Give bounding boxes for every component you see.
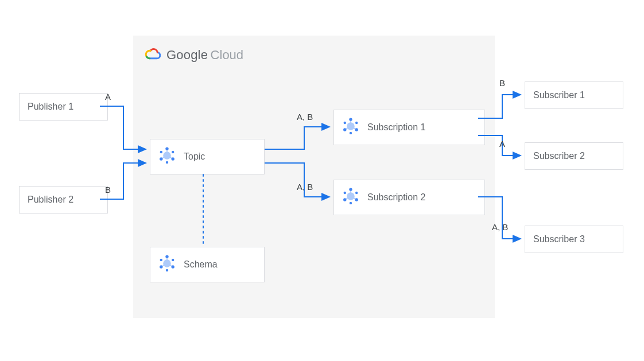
arrow-label-sub1-subscriber2: A — [499, 139, 505, 149]
svg-point-27 — [344, 122, 346, 124]
svg-point-5 — [160, 157, 162, 160]
arrow-label-sub2-subscriber3: A, B — [492, 222, 508, 232]
arrow-label-pub2: B — [105, 185, 111, 195]
pubsub-icon — [157, 146, 177, 168]
pubsub-icon — [341, 187, 360, 208]
arrow-label-pub1: A — [105, 92, 111, 102]
subscriber-2-box: Subscriber 2 — [525, 142, 623, 170]
svg-point-17 — [160, 259, 162, 261]
publisher-2-box: Publisher 2 — [19, 186, 108, 214]
subscription-2-box: Subscription 2 — [333, 180, 485, 215]
brand-text: Google Cloud — [166, 48, 243, 63]
subscriber-3-box: Subscriber 3 — [525, 226, 623, 253]
svg-point-9 — [166, 161, 168, 164]
subscriber-2-label: Subscriber 2 — [533, 151, 623, 161]
subscription-2-label: Subscription 2 — [367, 192, 484, 203]
svg-point-25 — [343, 128, 346, 131]
svg-point-8 — [172, 151, 174, 153]
svg-point-26 — [355, 128, 358, 131]
svg-point-19 — [166, 269, 168, 271]
schema-label: Schema — [184, 259, 264, 270]
schema-box: Schema — [150, 247, 265, 282]
pubsub-icon — [341, 117, 360, 138]
svg-point-39 — [350, 202, 352, 204]
arrow-label-topic-sub2: A, B — [297, 182, 313, 192]
svg-point-38 — [355, 192, 358, 194]
arrow-label-sub1-subscriber1: B — [499, 78, 505, 88]
publisher-2-label: Publisher 2 — [28, 195, 107, 205]
svg-point-37 — [344, 192, 346, 194]
svg-point-14 — [165, 255, 168, 258]
topic-box: Topic — [150, 139, 265, 174]
publisher-1-box: Publisher 1 — [19, 93, 108, 121]
subscriber-1-label: Subscriber 1 — [533, 90, 623, 100]
svg-point-28 — [355, 122, 358, 124]
svg-point-36 — [355, 198, 358, 201]
brand-strong: Google — [166, 48, 208, 62]
subscription-1-box: Subscription 1 — [333, 110, 485, 145]
subscriber-3-label: Subscriber 3 — [533, 234, 623, 244]
svg-point-35 — [343, 198, 346, 201]
pubsub-icon — [157, 254, 177, 275]
diagram-canvas: Google Cloud Publisher 1 Publisher 2 — [0, 0, 644, 361]
svg-point-29 — [350, 132, 352, 134]
topic-label: Topic — [184, 152, 264, 162]
svg-point-16 — [171, 265, 174, 268]
subscription-1-label: Subscription 1 — [367, 122, 484, 133]
svg-point-24 — [349, 118, 352, 121]
svg-point-18 — [172, 259, 174, 261]
brand-light: Cloud — [211, 48, 243, 62]
svg-point-15 — [160, 265, 162, 268]
subscriber-1-box: Subscriber 1 — [525, 81, 623, 109]
cloud-header: Google Cloud — [143, 47, 243, 63]
arrow-label-topic-sub1: A, B — [297, 112, 313, 122]
publisher-1-label: Publisher 1 — [28, 102, 107, 112]
svg-point-4 — [165, 147, 168, 150]
google-cloud-logo-icon — [143, 47, 161, 63]
svg-point-34 — [349, 188, 352, 191]
svg-point-7 — [160, 151, 162, 153]
svg-point-6 — [171, 157, 174, 160]
